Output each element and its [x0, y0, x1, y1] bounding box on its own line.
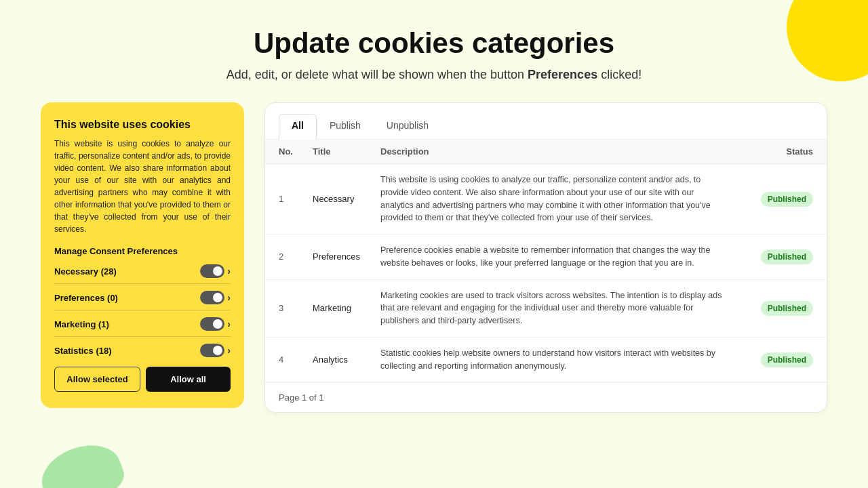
consent-label-statistics: Statistics (18) — [54, 346, 112, 356]
cell-status-4: Published — [732, 352, 813, 367]
table-row: 4 Analytics Statistic cookies help websi… — [265, 338, 827, 383]
consent-row-necessary: Necessary (28) › — [54, 264, 231, 278]
col-header-status: Status — [732, 146, 813, 157]
consent-controls-preferences[interactable]: › — [200, 291, 231, 304]
consent-row-preferences: Preferences (0) › — [54, 291, 231, 304]
tab-all[interactable]: All — [279, 114, 317, 140]
toggle-necessary[interactable] — [200, 264, 224, 278]
cell-desc-3: Marketing cookies are used to track visi… — [380, 289, 732, 327]
cell-status-1: Published — [732, 192, 813, 207]
chevron-right-preferences[interactable]: › — [227, 292, 231, 303]
cookie-card-description: This website is using cookies to analyze… — [54, 138, 231, 235]
cell-desc-2: Preference cookies enable a website to r… — [380, 244, 732, 270]
cookie-consent-card: This website uses cookies This website i… — [41, 102, 244, 408]
page-subtitle: Add, edit, or delete what will be shown … — [41, 68, 827, 82]
tab-unpublish[interactable]: Unpublish — [374, 114, 441, 140]
table-row: 3 Marketing Marketing cookies are used t… — [265, 280, 827, 338]
pagination-text: Page 1 of 1 — [279, 392, 324, 403]
consent-row-statistics: Statistics (18) › — [54, 344, 231, 357]
allow-all-button[interactable]: Allow all — [146, 367, 231, 392]
toggle-preferences[interactable] — [200, 291, 224, 304]
cookie-buttons: Allow selected Allow all — [54, 367, 231, 392]
decorative-blob — [34, 435, 129, 488]
cell-title-3: Marketing — [313, 303, 380, 313]
subtitle-post: clicked! — [601, 68, 642, 81]
categories-table-card: All Publish Unpublish No. Title Descript… — [264, 102, 827, 413]
cell-no-4: 4 — [279, 354, 313, 365]
consent-controls-necessary[interactable]: › — [200, 264, 231, 278]
status-badge-4: Published — [761, 352, 813, 367]
cell-no-1: 1 — [279, 194, 313, 204]
status-badge-3: Published — [761, 301, 813, 316]
cell-desc-4: Statistic cookies help website owners to… — [380, 347, 732, 373]
chevron-right-statistics[interactable]: › — [227, 345, 231, 356]
consent-row-marketing: Marketing (1) › — [54, 317, 231, 331]
cell-no-2: 2 — [279, 251, 313, 262]
cell-desc-1: This website is using cookies to analyze… — [380, 174, 732, 224]
consent-controls-marketing[interactable]: › — [200, 317, 231, 331]
cell-no-3: 3 — [279, 303, 313, 313]
chevron-right-marketing[interactable]: › — [227, 319, 231, 329]
cell-status-3: Published — [732, 301, 813, 316]
cell-status-2: Published — [732, 249, 813, 264]
tab-publish[interactable]: Publish — [317, 114, 374, 140]
table-row: 2 Preferences Preference cookies enable … — [265, 235, 827, 280]
consent-label-necessary: Necessary (28) — [54, 266, 117, 277]
tab-bar: All Publish Unpublish — [265, 103, 827, 140]
toggle-statistics[interactable] — [200, 344, 224, 357]
consent-label-marketing: Marketing (1) — [54, 319, 109, 329]
col-header-description: Description — [380, 146, 732, 157]
table-header: No. Title Description Status — [265, 140, 827, 164]
cell-title-2: Preferences — [313, 251, 380, 262]
chevron-right-necessary[interactable]: › — [227, 266, 231, 277]
table-row: 1 Necessary This website is using cookie… — [265, 164, 827, 235]
col-header-no: No. — [279, 146, 313, 157]
consent-label-preferences: Preferences (0) — [54, 293, 118, 303]
toggle-marketing[interactable] — [200, 317, 224, 331]
divider-2 — [54, 310, 231, 310]
col-header-title: Title — [313, 146, 380, 157]
status-badge-1: Published — [761, 192, 813, 207]
manage-consent-label: Manage Consent Preferences — [54, 246, 231, 256]
status-badge-2: Published — [761, 249, 813, 264]
divider-1 — [54, 283, 231, 284]
cell-title-4: Analytics — [313, 354, 380, 365]
consent-controls-statistics[interactable]: › — [200, 344, 231, 357]
subtitle-bold: Preferences — [528, 68, 597, 81]
subtitle-pre: Add, edit, or delete what will be shown … — [226, 68, 524, 81]
main-content: This website uses cookies This website i… — [41, 102, 827, 413]
page-title: Update cookies categories — [41, 27, 827, 60]
cookie-card-title: This website uses cookies — [54, 119, 231, 131]
cell-title-1: Necessary — [313, 194, 380, 204]
allow-selected-button[interactable]: Allow selected — [54, 367, 140, 392]
page-header: Update cookies categories Add, edit, or … — [41, 27, 827, 82]
divider-3 — [54, 336, 231, 337]
table-footer: Page 1 of 1 — [265, 382, 827, 412]
